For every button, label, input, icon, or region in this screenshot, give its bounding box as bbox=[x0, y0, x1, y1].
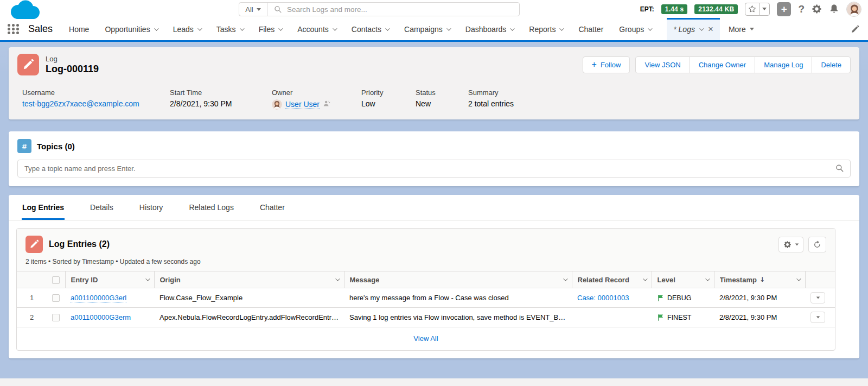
caret-down-icon bbox=[762, 8, 767, 10]
nav-item-tasks[interactable]: Tasks bbox=[216, 25, 243, 34]
manage-log-button[interactable]: Manage Log bbox=[755, 56, 812, 73]
chevron-down-icon[interactable] bbox=[643, 276, 647, 281]
refresh-button[interactable] bbox=[808, 237, 826, 252]
owner-avatar bbox=[272, 99, 282, 110]
nav-item-opportunities[interactable]: Opportunities bbox=[105, 25, 157, 34]
record-title: Log-000119 bbox=[46, 64, 99, 75]
caret-down-icon bbox=[750, 28, 754, 30]
tab-log-entries[interactable]: Log Entries bbox=[22, 195, 65, 220]
nav-item-chatter[interactable]: Chatter bbox=[578, 25, 603, 34]
owner-link[interactable]: User User bbox=[285, 100, 320, 109]
chevron-down-icon[interactable] bbox=[699, 26, 704, 30]
column-header-level[interactable]: Level bbox=[652, 271, 714, 288]
related-record-link[interactable]: Case: 00001003 bbox=[577, 294, 629, 302]
select-all-checkbox[interactable] bbox=[52, 276, 60, 284]
nav-tab-logs-active[interactable]: * Logs × bbox=[667, 18, 720, 40]
change-owner-icon[interactable] bbox=[323, 100, 330, 109]
row-actions-button[interactable] bbox=[810, 312, 825, 323]
chevron-down-icon[interactable] bbox=[563, 276, 567, 281]
chevron-down-icon[interactable] bbox=[145, 276, 150, 281]
log-entries-icon bbox=[25, 236, 43, 253]
chevron-down-icon bbox=[333, 26, 337, 30]
app-launcher-icon[interactable] bbox=[8, 24, 20, 34]
nav-item-accounts[interactable]: Accounts bbox=[297, 25, 336, 34]
follow-button[interactable]: + Follow bbox=[583, 56, 630, 73]
column-header-message[interactable]: Message bbox=[344, 271, 572, 288]
row-checkbox[interactable] bbox=[52, 314, 60, 321]
column-header-timestamp[interactable]: Timestamp↓ bbox=[714, 271, 805, 288]
search-icon bbox=[835, 164, 844, 175]
search-scope-dropdown[interactable]: All bbox=[239, 3, 267, 16]
topics-card: # Topics (0) bbox=[9, 131, 859, 186]
tab-chatter[interactable]: Chatter bbox=[259, 195, 285, 220]
view-all-link[interactable]: View All bbox=[413, 334, 438, 343]
notifications-bell-icon[interactable] bbox=[829, 4, 839, 14]
nav-item-contacts[interactable]: Contacts bbox=[352, 25, 388, 34]
nav-item-more[interactable]: More bbox=[729, 25, 754, 34]
nav-item-reports[interactable]: Reports bbox=[529, 25, 563, 34]
entry-id-link[interactable]: a001100000G3erl bbox=[71, 294, 126, 302]
nav-item-home[interactable]: Home bbox=[69, 25, 89, 34]
caret-down-icon bbox=[816, 317, 819, 319]
table-row: 1 a001100000G3erl Flow.Case_Flow_Example… bbox=[17, 288, 835, 308]
list-settings-gear-button[interactable] bbox=[778, 237, 803, 252]
nav-item-campaigns[interactable]: Campaigns bbox=[404, 25, 450, 34]
favorites-control bbox=[745, 3, 770, 16]
topic-input[interactable] bbox=[17, 160, 851, 178]
global-actions-button[interactable]: + bbox=[777, 2, 791, 16]
chevron-down-icon[interactable] bbox=[705, 276, 710, 281]
user-avatar[interactable] bbox=[846, 2, 861, 17]
tab-details[interactable]: Details bbox=[90, 195, 114, 220]
change-owner-button[interactable]: Change Owner bbox=[690, 56, 755, 73]
record-detail-card: Log Entries Details History Related Logs… bbox=[9, 195, 859, 358]
chevron-down-icon bbox=[510, 26, 515, 30]
global-header: All EPT: 1.44 s 2132.44 KB + ? bbox=[0, 0, 868, 18]
favorites-menu-button[interactable] bbox=[759, 3, 770, 16]
chevron-down-icon bbox=[278, 26, 283, 30]
bottom-strip bbox=[0, 378, 868, 386]
chevron-down-icon bbox=[154, 26, 158, 30]
field-summary: Summary 2 total entries bbox=[468, 88, 598, 110]
related-list-title: Log Entries (2) bbox=[49, 239, 110, 249]
timestamp-cell: 2/8/2021, 9:30 PM bbox=[714, 288, 805, 308]
column-header-entry-id[interactable]: Entry ID bbox=[65, 271, 154, 288]
chevron-down-icon bbox=[446, 26, 451, 30]
column-header-origin[interactable]: Origin bbox=[154, 271, 344, 288]
entry-id-link[interactable]: a001100000G3erm bbox=[71, 313, 131, 321]
chevron-down-icon bbox=[197, 26, 202, 30]
nav-item-groups[interactable]: Groups bbox=[619, 25, 651, 34]
tab-related-logs[interactable]: Related Logs bbox=[188, 195, 234, 220]
level-value: DEBUG bbox=[667, 294, 691, 302]
ept-memory-badge: 2132.44 KB bbox=[694, 4, 738, 14]
username-link[interactable]: test-bgg26zx7xaee@example.com bbox=[22, 99, 139, 108]
nav-item-dashboards[interactable]: Dashboards bbox=[465, 25, 514, 34]
row-actions-button[interactable] bbox=[810, 292, 825, 303]
utility-icons: EPT: 1.44 s 2132.44 KB + ? bbox=[640, 0, 861, 18]
nav-item-leads[interactable]: Leads bbox=[173, 25, 201, 34]
log-entries-table: Entry ID Origin Message Related Record L… bbox=[17, 271, 835, 327]
edit-nav-pencil-icon[interactable] bbox=[851, 25, 859, 36]
highlights-fields: Username test-bgg26zx7xaee@example.com S… bbox=[17, 88, 851, 110]
related-list-subtitle: 2 items • Sorted by Timestamp • Updated … bbox=[25, 258, 826, 265]
setup-gear-icon[interactable] bbox=[812, 4, 822, 14]
row-number: 1 bbox=[17, 288, 47, 308]
help-icon[interactable]: ? bbox=[798, 3, 805, 15]
entity-label: Log bbox=[46, 55, 99, 63]
view-json-button[interactable]: View JSON bbox=[635, 56, 690, 73]
row-number-header bbox=[17, 271, 47, 288]
column-header-related-record[interactable]: Related Record bbox=[572, 271, 652, 288]
tab-history[interactable]: History bbox=[139, 195, 164, 220]
ept-time-badge: 1.44 s bbox=[661, 4, 688, 14]
active-tab-label: * Logs bbox=[673, 25, 695, 34]
global-search-input[interactable] bbox=[287, 5, 519, 14]
chevron-down-icon[interactable] bbox=[796, 276, 801, 281]
chevron-down-icon[interactable] bbox=[335, 276, 340, 281]
close-tab-icon[interactable]: × bbox=[708, 24, 713, 34]
field-start-time: Start Time 2/8/2021, 9:30 PM bbox=[170, 88, 272, 110]
field-status: Status New bbox=[416, 88, 468, 110]
favorite-star-button[interactable] bbox=[745, 3, 760, 16]
row-checkbox[interactable] bbox=[52, 294, 60, 302]
gear-icon bbox=[783, 241, 792, 249]
nav-item-files[interactable]: Files bbox=[259, 25, 282, 34]
delete-button[interactable]: Delete bbox=[812, 56, 851, 73]
